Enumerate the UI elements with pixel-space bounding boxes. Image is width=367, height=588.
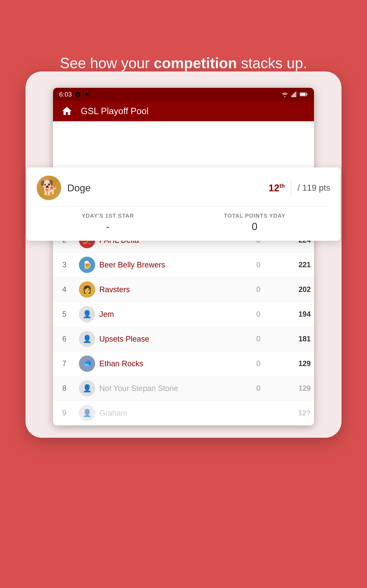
yday-cell: 0 bbox=[242, 376, 275, 401]
team-avatar: 👤 bbox=[79, 331, 95, 347]
svg-point-0 bbox=[85, 93, 89, 96]
team-name: Jem bbox=[99, 310, 114, 319]
stat-yday-star-label: YDAY'S 1ST STAR bbox=[82, 213, 134, 219]
yday-cell: 0 bbox=[242, 327, 275, 351]
yday-cell: 0 bbox=[242, 351, 275, 376]
team-name: Beer Belly Brewers bbox=[99, 260, 165, 269]
total-cell: 202 bbox=[275, 277, 314, 302]
team-avatar: 🧢 bbox=[79, 355, 95, 372]
table-row[interactable]: 7 🧢 Ethan Rocks 0 129 bbox=[53, 351, 314, 376]
rank-cell: 9 bbox=[53, 401, 76, 425]
user-pts: / 119 pts bbox=[298, 183, 330, 193]
yday-cell: 0 bbox=[242, 252, 275, 277]
team-cell: 👤 Not Your Stepan Stone bbox=[76, 376, 242, 401]
yday-cell: 0 bbox=[242, 277, 275, 302]
total-cell: 221 bbox=[275, 252, 314, 277]
wifi-icon bbox=[281, 91, 289, 97]
team-cell: 👩 Ravsters bbox=[76, 277, 242, 302]
circle-icon bbox=[84, 92, 89, 97]
svg-rect-2 bbox=[292, 94, 293, 97]
stat-yday-star: YDAY'S 1ST STAR - bbox=[82, 213, 134, 233]
team-name: Ethan Rocks bbox=[99, 359, 143, 368]
status-icons bbox=[281, 91, 308, 97]
yday-cell: 0 bbox=[242, 302, 275, 327]
table-row[interactable]: 4 👩 Ravsters 0 202 bbox=[53, 277, 314, 302]
user-card: Doge 12th / 119 pts YDAY'S 1ST STAR - TO… bbox=[26, 167, 341, 241]
svg-rect-5 bbox=[296, 91, 297, 97]
stat-total-points: TOTAL POINTS YDAY 0 bbox=[224, 213, 285, 233]
team-name: Upsets Please bbox=[99, 335, 149, 343]
app-header: GSL Playoff Pool bbox=[53, 101, 314, 121]
svg-rect-4 bbox=[295, 92, 296, 97]
team-name: Ravsters bbox=[99, 285, 130, 294]
svg-rect-3 bbox=[294, 93, 294, 97]
svg-rect-7 bbox=[307, 94, 307, 95]
doge-avatar bbox=[37, 176, 61, 200]
total-cell: 12? bbox=[275, 401, 314, 425]
settings-icon bbox=[75, 91, 81, 97]
user-rank-section: 12th / 119 pts bbox=[268, 181, 330, 195]
team-avatar: 👩 bbox=[79, 281, 95, 298]
svg-rect-1 bbox=[291, 95, 292, 97]
user-card-stats: YDAY'S 1ST STAR - TOTAL POINTS YDAY 0 bbox=[37, 207, 330, 233]
vertical-divider bbox=[291, 181, 291, 195]
team-cell: 👤 Graham bbox=[76, 401, 242, 425]
total-cell: 181 bbox=[275, 327, 314, 351]
rank-cell: 7 bbox=[53, 351, 76, 376]
battery-icon bbox=[300, 92, 308, 97]
home-icon[interactable] bbox=[61, 105, 73, 117]
stat-yday-star-value: - bbox=[82, 221, 134, 233]
total-cell: 194 bbox=[275, 302, 314, 327]
user-rank: 12th bbox=[268, 182, 285, 194]
table-row[interactable]: 8 👤 Not Your Stepan Stone 0 129 bbox=[53, 376, 314, 401]
table-row[interactable]: 9 👤 Graham 12? bbox=[53, 401, 314, 425]
team-cell: 👤 Jem bbox=[76, 302, 242, 327]
table-row[interactable]: 6 👤 Upsets Please 0 181 bbox=[53, 327, 314, 351]
rank-cell: 4 bbox=[53, 277, 76, 302]
status-time: 6:03 bbox=[59, 91, 89, 98]
signal-icon bbox=[291, 91, 297, 97]
team-avatar: 👤 bbox=[79, 306, 95, 322]
table-row[interactable]: 3 🍺 Beer Belly Brewers 0 221 bbox=[53, 252, 314, 277]
total-cell: 129 bbox=[275, 351, 314, 376]
team-cell: 🧢 Ethan Rocks bbox=[76, 351, 242, 376]
rank-cell: 8 bbox=[53, 376, 76, 401]
team-avatar: 🍺 bbox=[79, 257, 95, 273]
device-wrapper: 6:03 bbox=[25, 71, 342, 438]
total-cell: 129 bbox=[275, 376, 314, 401]
user-card-top: Doge 12th / 119 pts bbox=[37, 176, 330, 207]
team-avatar: 👤 bbox=[79, 380, 95, 397]
hero-text: See how your competition stacks up. bbox=[60, 54, 307, 73]
table-row[interactable]: 5 👤 Jem 0 194 bbox=[53, 302, 314, 327]
user-avatar bbox=[37, 176, 61, 200]
app-title: GSL Playoff Pool bbox=[81, 106, 149, 116]
user-name: Doge bbox=[67, 182, 268, 194]
status-bar: 6:03 bbox=[53, 88, 314, 101]
svg-rect-8 bbox=[300, 93, 306, 95]
team-name: Graham bbox=[99, 409, 127, 417]
team-name: Not Your Stepan Stone bbox=[99, 384, 178, 393]
stat-total-points-value: 0 bbox=[224, 221, 285, 233]
team-cell: 👤 Upsets Please bbox=[76, 327, 242, 351]
stat-total-points-label: TOTAL POINTS YDAY bbox=[224, 213, 285, 219]
yday-cell bbox=[242, 401, 275, 425]
team-cell: 🍺 Beer Belly Brewers bbox=[76, 252, 242, 277]
rank-cell: 5 bbox=[53, 302, 76, 327]
rank-cell: 3 bbox=[53, 252, 76, 277]
team-avatar: 👤 bbox=[79, 405, 95, 421]
rank-cell: 6 bbox=[53, 327, 76, 351]
phone-screen: 6:03 bbox=[53, 88, 314, 425]
